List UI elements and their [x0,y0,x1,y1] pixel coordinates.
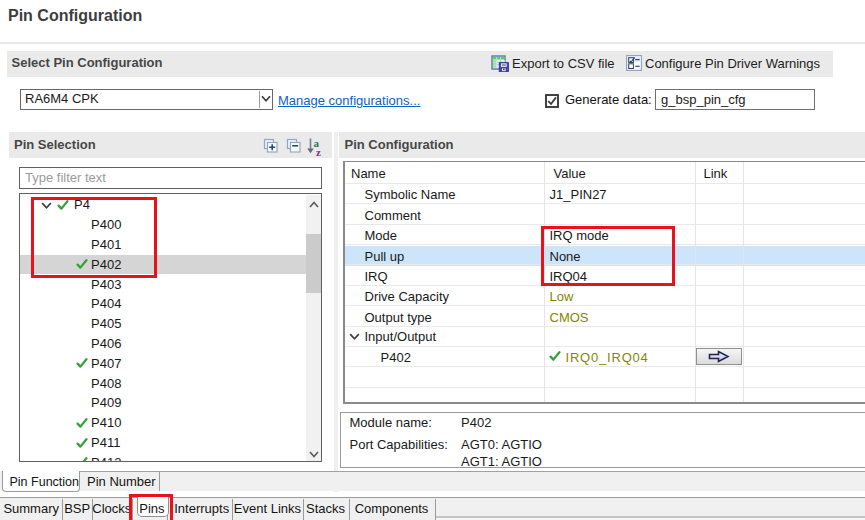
svg-text:z: z [316,146,321,157]
